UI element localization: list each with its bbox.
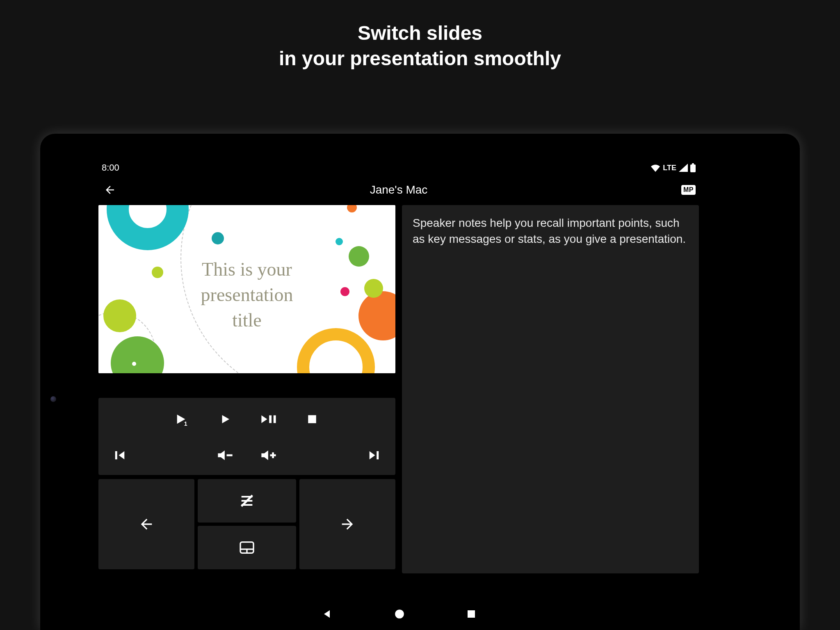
play-from-start-button[interactable]: 1 (172, 409, 192, 429)
promo-line-2: in your presentation smoothly (0, 46, 840, 71)
playback-controls: 1 (98, 398, 395, 475)
svg-text:1: 1 (184, 420, 187, 426)
volume-up-button[interactable] (259, 445, 278, 465)
tablet-frame: 8:00 LTE Jane's Mac MP (40, 134, 800, 630)
device-screen: 8:00 LTE Jane's Mac MP (95, 158, 702, 630)
decor-dot-teal-1 (212, 232, 224, 244)
play-pause-button[interactable] (259, 409, 278, 429)
svg-rect-7 (227, 454, 233, 457)
decor-dot-green (349, 246, 369, 267)
nav-home-button[interactable] (394, 609, 405, 621)
camera-dot (50, 396, 56, 402)
svg-rect-4 (274, 415, 276, 423)
play-pause-icon (260, 413, 277, 425)
svg-rect-6 (115, 451, 117, 459)
svg-rect-1 (692, 163, 694, 164)
svg-rect-5 (308, 415, 316, 423)
next-slide-button[interactable] (299, 479, 395, 569)
decor-circle-lime-1 (103, 299, 136, 332)
volume-down-icon (217, 449, 233, 461)
black-screen-button[interactable] (198, 479, 296, 523)
volume-up-icon (260, 449, 277, 461)
decor-circle-green-dot (132, 362, 136, 366)
slide-title: This is your presentation title (160, 257, 334, 333)
decor-dot-teal-2 (336, 238, 343, 245)
android-nav-bar (95, 600, 702, 630)
play-icon (219, 413, 231, 425)
first-slide-button[interactable] (110, 445, 130, 465)
nav-home-icon (394, 609, 405, 619)
slide-preview[interactable]: This is your presentation title (98, 205, 395, 373)
decor-ring-teal (107, 205, 189, 250)
speaker-notes-text: Speaker notes help you recall important … (413, 217, 686, 245)
promo-line-1: Switch slides (0, 21, 840, 46)
promo-heading: Switch slides in your presentation smoot… (0, 21, 840, 72)
touchpad-button[interactable] (198, 526, 296, 569)
nav-recent-icon (466, 609, 476, 619)
decor-dot-pink (340, 287, 349, 296)
volume-down-button[interactable] (215, 445, 235, 465)
touchpad-icon (239, 541, 255, 554)
svg-rect-0 (690, 164, 696, 172)
last-slide-button[interactable] (364, 445, 384, 465)
wifi-icon (651, 164, 660, 172)
app-bar: Jane's Mac MP (95, 177, 702, 203)
svg-rect-10 (377, 451, 379, 459)
navigation-grid (98, 479, 395, 569)
speaker-notes-panel[interactable]: Speaker notes help you recall important … (402, 205, 699, 573)
back-arrow-icon (104, 184, 116, 196)
svg-rect-15 (468, 610, 475, 618)
back-button[interactable] (102, 182, 118, 198)
arrow-left-icon (138, 516, 155, 532)
mp-badge[interactable]: MP (681, 185, 696, 195)
decor-dot-lime (364, 279, 383, 298)
stop-icon (307, 414, 317, 425)
connected-device-title: Jane's Mac (95, 183, 702, 196)
previous-slide-button[interactable] (98, 479, 194, 569)
battery-icon (690, 163, 696, 172)
network-label: LTE (663, 164, 676, 172)
no-slides-icon (239, 493, 255, 509)
nav-back-button[interactable] (321, 608, 333, 621)
arrow-right-icon (339, 516, 356, 532)
first-slide-icon (113, 449, 127, 461)
play-button[interactable] (215, 409, 235, 429)
status-indicators: LTE (651, 163, 696, 172)
last-slide-icon (367, 449, 381, 461)
status-time: 8:00 (102, 162, 119, 173)
nav-recent-button[interactable] (466, 609, 476, 621)
svg-rect-3 (269, 415, 272, 423)
nav-back-icon (321, 608, 333, 620)
svg-rect-9 (272, 452, 274, 458)
svg-point-14 (395, 609, 404, 619)
play-from-start-icon: 1 (175, 412, 189, 426)
stop-button[interactable] (302, 409, 322, 429)
status-bar: 8:00 LTE (95, 158, 702, 177)
signal-icon (679, 164, 688, 172)
